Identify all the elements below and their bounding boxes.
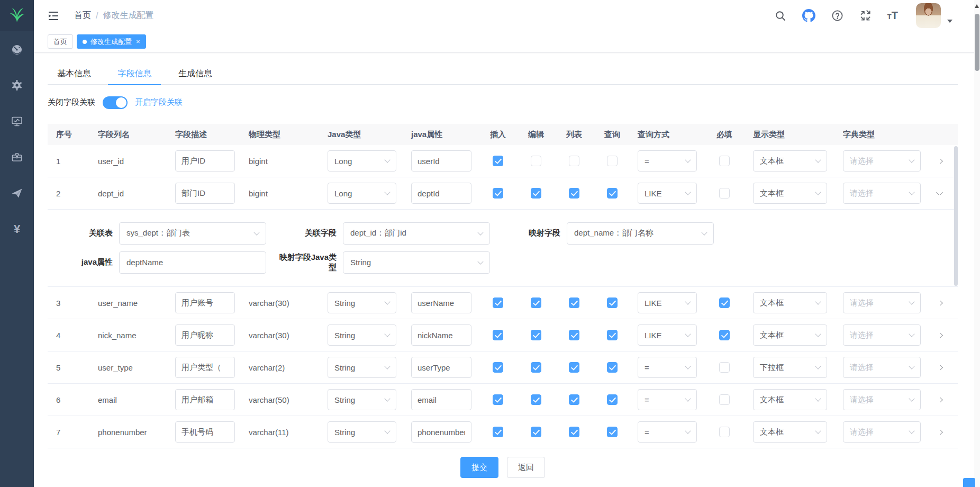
dict-type-select[interactable]: 请选择 bbox=[843, 292, 921, 313]
java-prop-input[interactable] bbox=[411, 421, 471, 443]
edit-checkbox[interactable] bbox=[531, 156, 541, 166]
dict-type-select[interactable]: 请选择 bbox=[843, 357, 921, 378]
relation-field-select[interactable]: dept_id：部门id bbox=[343, 222, 490, 245]
submit-button[interactable]: 提交 bbox=[460, 457, 498, 478]
page-scrollbar-thumb[interactable] bbox=[975, 14, 979, 71]
java-type-select[interactable]: String bbox=[328, 357, 396, 378]
expand-row-icon[interactable] bbox=[936, 159, 943, 164]
query-checkbox[interactable] bbox=[607, 330, 618, 340]
insert-checkbox[interactable] bbox=[493, 427, 503, 437]
required-checkbox[interactable] bbox=[719, 427, 730, 437]
github-icon[interactable] bbox=[802, 9, 815, 22]
query-mode-select[interactable]: LIKE bbox=[638, 183, 697, 204]
java-type-select[interactable]: String bbox=[328, 389, 396, 410]
sidebar-item-system[interactable] bbox=[0, 67, 34, 103]
field-desc-input[interactable] bbox=[175, 421, 235, 443]
app-logo[interactable] bbox=[0, 0, 34, 31]
java-prop-input[interactable] bbox=[411, 150, 471, 172]
table-scrollbar-thumb[interactable] bbox=[954, 146, 958, 286]
display-type-select[interactable]: 文本框 bbox=[753, 292, 827, 313]
query-mode-select[interactable]: = bbox=[638, 357, 697, 378]
dict-type-select[interactable]: 请选择 bbox=[843, 421, 921, 443]
expand-row-icon[interactable] bbox=[936, 365, 943, 370]
query-checkbox[interactable] bbox=[607, 156, 618, 166]
query-mode-select[interactable]: LIKE bbox=[638, 324, 697, 346]
query-checkbox[interactable] bbox=[607, 362, 618, 373]
field-desc-input[interactable] bbox=[175, 183, 235, 204]
list-checkbox[interactable] bbox=[569, 188, 579, 199]
query-mode-select[interactable]: = bbox=[638, 150, 697, 172]
edit-checkbox[interactable] bbox=[531, 188, 541, 199]
relation-table-select[interactable]: sys_dept：部门表 bbox=[119, 222, 266, 245]
java-type-select[interactable]: String bbox=[328, 421, 396, 443]
insert-checkbox[interactable] bbox=[493, 188, 503, 199]
java-type-select[interactable]: String bbox=[328, 324, 396, 346]
list-checkbox[interactable] bbox=[569, 394, 579, 405]
mapping-java-prop-input[interactable] bbox=[119, 251, 266, 274]
edit-checkbox[interactable] bbox=[531, 427, 541, 437]
java-type-select[interactable]: Long bbox=[328, 183, 396, 204]
edit-checkbox[interactable] bbox=[531, 297, 541, 308]
sidebar-fold-icon[interactable] bbox=[48, 10, 59, 22]
tab-field-info[interactable]: 字段信息 bbox=[108, 62, 161, 85]
display-type-select[interactable]: 文本框 bbox=[753, 389, 827, 410]
back-top-button[interactable] bbox=[963, 478, 975, 487]
expand-row-icon[interactable] bbox=[936, 430, 943, 435]
dict-type-select[interactable]: 请选择 bbox=[843, 150, 921, 172]
expand-row-icon[interactable] bbox=[936, 398, 943, 402]
insert-checkbox[interactable] bbox=[493, 156, 503, 166]
list-checkbox[interactable] bbox=[569, 330, 579, 340]
query-checkbox[interactable] bbox=[607, 427, 618, 437]
list-checkbox[interactable] bbox=[569, 362, 579, 373]
display-type-select[interactable]: 文本框 bbox=[753, 150, 827, 172]
scroll-up-arrow-icon[interactable] bbox=[975, 2, 979, 8]
query-checkbox[interactable] bbox=[607, 394, 618, 405]
field-desc-input[interactable] bbox=[175, 292, 235, 313]
java-type-select[interactable]: Long bbox=[328, 150, 396, 172]
dict-type-select[interactable]: 请选择 bbox=[843, 389, 921, 410]
back-button[interactable]: 返回 bbox=[507, 457, 545, 478]
java-type-select[interactable]: String bbox=[328, 292, 396, 313]
required-checkbox[interactable] bbox=[719, 330, 730, 340]
sidebar-item-tools[interactable] bbox=[0, 139, 34, 175]
field-desc-input[interactable] bbox=[175, 150, 235, 172]
insert-checkbox[interactable] bbox=[493, 362, 503, 373]
required-checkbox[interactable] bbox=[719, 297, 730, 308]
expand-row-icon[interactable] bbox=[936, 333, 943, 338]
display-type-select[interactable]: 文本框 bbox=[753, 183, 827, 204]
insert-checkbox[interactable] bbox=[493, 330, 503, 340]
query-checkbox[interactable] bbox=[607, 297, 618, 308]
query-checkbox[interactable] bbox=[607, 188, 618, 199]
required-checkbox[interactable] bbox=[719, 394, 730, 405]
dict-type-select[interactable]: 请选择 bbox=[843, 183, 921, 204]
display-type-select[interactable]: 下拉框 bbox=[753, 357, 827, 378]
expand-row-icon[interactable] bbox=[936, 301, 943, 305]
list-checkbox[interactable] bbox=[569, 156, 579, 166]
java-prop-input[interactable] bbox=[411, 292, 471, 313]
java-prop-input[interactable] bbox=[411, 324, 471, 346]
field-desc-input[interactable] bbox=[175, 357, 235, 378]
edit-checkbox[interactable] bbox=[531, 330, 541, 340]
sidebar-item-send[interactable] bbox=[0, 175, 34, 211]
fullscreen-icon[interactable] bbox=[859, 10, 872, 22]
java-prop-input[interactable] bbox=[411, 183, 471, 204]
field-desc-input[interactable] bbox=[175, 389, 235, 410]
sidebar-item-monitor[interactable] bbox=[0, 103, 34, 139]
tag-home[interactable]: 首页 bbox=[48, 34, 73, 49]
field-desc-input[interactable] bbox=[175, 324, 235, 346]
font-size-icon[interactable]: TT bbox=[887, 10, 898, 22]
query-mode-select[interactable]: = bbox=[638, 389, 697, 410]
sidebar-item-dashboard[interactable] bbox=[0, 31, 34, 67]
required-checkbox[interactable] bbox=[719, 188, 730, 199]
relation-toggle-switch[interactable] bbox=[103, 96, 128, 109]
dict-type-select[interactable]: 请选择 bbox=[843, 324, 921, 346]
display-type-select[interactable]: 文本框 bbox=[753, 324, 827, 346]
required-checkbox[interactable] bbox=[719, 156, 730, 166]
mapping-java-type-select[interactable]: String bbox=[343, 251, 490, 274]
display-type-select[interactable]: 文本框 bbox=[753, 421, 827, 443]
search-icon[interactable] bbox=[775, 10, 786, 22]
mapping-field-select[interactable]: dept_name：部门名称 bbox=[567, 222, 714, 245]
tab-generate-info[interactable]: 生成信息 bbox=[169, 62, 222, 85]
query-mode-select[interactable]: = bbox=[638, 421, 697, 443]
list-checkbox[interactable] bbox=[569, 297, 579, 308]
